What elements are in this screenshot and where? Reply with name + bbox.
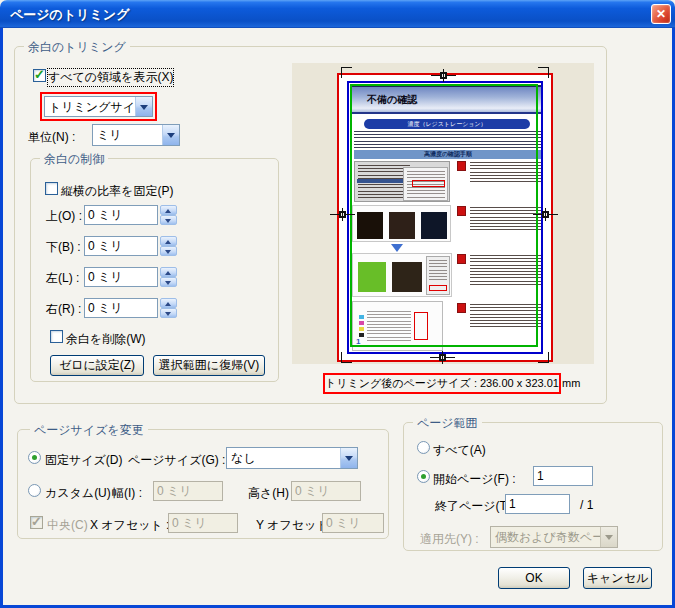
show-all-regions-checkbox[interactable] — [33, 69, 46, 82]
preview-swatch-panel — [352, 205, 451, 242]
spin-up-icon[interactable] — [160, 205, 177, 215]
preview-red-highlight-2 — [429, 285, 447, 291]
right-margin-spinner[interactable] — [160, 298, 177, 318]
preview-paragraph-lines — [354, 131, 542, 148]
preview-step-icon-2 — [457, 206, 466, 216]
preview-red-highlight-3 — [414, 312, 428, 340]
preview-page[interactable]: 不備の確認 濃度（レジストレーション） 高濃度の確認手順 — [337, 73, 553, 362]
cancel-button[interactable]: キャンセル — [583, 567, 652, 589]
dropdown-arrow-icon[interactable] — [135, 97, 152, 116]
preview-step-icon-4 — [457, 303, 466, 313]
preview-chip-yellow — [359, 327, 364, 331]
preview-swatch-brown — [389, 212, 415, 239]
preview-page-number: 1 — [356, 337, 360, 346]
right-margin-input[interactable] — [84, 298, 158, 318]
preview-doc-header-band: 不備の確認 — [350, 85, 542, 114]
apply-to-label: 適用先(Y) : — [420, 531, 479, 548]
unit-select[interactable]: ミリ — [92, 124, 180, 146]
bottom-margin-input[interactable] — [84, 236, 158, 256]
page-size-select[interactable]: なし — [226, 447, 358, 469]
crop-handle-bottom-icon[interactable] — [430, 351, 455, 364]
spin-up-icon[interactable] — [160, 267, 177, 277]
left-margin-input[interactable] — [84, 267, 158, 287]
crop-corner-tick-br — [538, 352, 549, 363]
x-offset-input — [168, 513, 238, 533]
all-pages-radio[interactable] — [417, 441, 430, 454]
spin-down-icon[interactable] — [160, 246, 177, 256]
ok-button[interactable]: OK — [498, 567, 570, 589]
title-bar[interactable]: ページのトリミング ✕ — [0, 0, 675, 28]
unit-label: 単位(N) : — [28, 129, 75, 146]
remove-white-margins-checkbox[interactable] — [50, 330, 63, 343]
result-page-size: トリミング後のページサイズ : 236.00 x 323.01 mm — [323, 373, 561, 394]
center-checkbox — [30, 516, 43, 529]
left-margin-spinner[interactable] — [160, 267, 177, 287]
dropdown-arrow-icon[interactable] — [162, 125, 179, 145]
fixed-size-label: 固定サイズ(D) — [45, 452, 123, 469]
height-input — [291, 481, 361, 501]
apply-to-select: 偶数および奇数ページ — [490, 526, 618, 548]
spin-down-icon[interactable] — [160, 277, 177, 287]
center-label: 中央(C) — [47, 517, 88, 534]
preview-section-bar-1: 濃度（レジストレーション） — [364, 119, 530, 129]
top-margin-input[interactable] — [84, 205, 158, 225]
spin-up-icon[interactable] — [160, 298, 177, 308]
top-margin-label: 上(O) : — [46, 208, 82, 225]
preview-swatch-navy — [421, 212, 447, 239]
spin-down-icon[interactable] — [160, 215, 177, 225]
crop-corner-tick-tl — [341, 67, 352, 78]
preview-down-arrow-icon — [391, 244, 403, 252]
top-margin-spinner[interactable] — [160, 205, 177, 225]
margin-trim-group-title: 余白のトリミング — [24, 39, 130, 56]
spin-up-icon[interactable] — [160, 236, 177, 246]
spin-down-icon[interactable] — [160, 308, 177, 318]
crop-handle-top-icon[interactable] — [431, 69, 456, 82]
preview-red-highlight-1 — [412, 180, 445, 187]
trim-size-selected-value: トリミングサイズ — [49, 99, 147, 116]
remove-white-margins-label: 余白を削除(W) — [66, 331, 146, 348]
revert-selection-button[interactable]: 選択範囲に復帰(V) — [153, 355, 265, 376]
preview-list-panel — [352, 301, 443, 351]
lock-ratio-checkbox[interactable] — [45, 182, 58, 195]
page-size-group-title: ページサイズを変更 — [30, 422, 148, 439]
preview-list-lines — [367, 311, 411, 341]
margin-control-group-title: 余白の制御 — [40, 151, 108, 168]
all-pages-label: すべて(A) — [433, 442, 486, 459]
right-margin-label: 右(R) : — [46, 301, 81, 318]
fixed-size-radio[interactable] — [28, 451, 41, 464]
start-page-label: 開始ページ(F) : — [433, 471, 516, 488]
show-all-regions-label[interactable]: すべての領域を表示(X) — [48, 69, 173, 86]
trim-size-select[interactable]: トリミングサイズ — [44, 96, 153, 117]
apply-to-selected-value: 偶数および奇数ページ — [495, 529, 616, 546]
end-page-input[interactable] — [505, 494, 570, 514]
total-pages-label: / 1 — [580, 498, 593, 512]
start-page-radio[interactable] — [417, 470, 430, 483]
preview-step-icon-3 — [457, 254, 466, 264]
close-icon[interactable]: ✕ — [651, 4, 671, 24]
crop-handle-right-icon[interactable] — [533, 208, 558, 221]
width-label: 幅(I) : — [112, 485, 142, 502]
crop-pages-dialog: ページのトリミング ✕ 余白のトリミング すべての領域を表示(X) トリミングサ… — [0, 0, 675, 608]
preview-step-text-3 — [470, 255, 542, 285]
preview-step-text-2 — [470, 207, 542, 233]
annotation-red-frame-trimsize: トリミングサイズ — [40, 92, 157, 121]
page-size-selected-value: なし — [231, 450, 256, 467]
lock-ratio-label: 縦横の比率を固定(P) — [61, 183, 174, 200]
x-offset-label: X オフセット : — [90, 517, 169, 534]
dropdown-arrow-icon — [600, 527, 617, 547]
custom-size-radio[interactable] — [28, 484, 41, 497]
page-range-group-title: ページ範囲 — [413, 415, 482, 432]
y-offset-input — [322, 513, 384, 533]
preview-step-icon-1 — [457, 161, 466, 171]
crop-handle-left-icon[interactable] — [330, 208, 355, 221]
bottom-margin-label: 下(B) : — [46, 239, 81, 256]
dropdown-arrow-icon[interactable] — [340, 448, 357, 468]
height-label: 高さ(H) : — [248, 485, 296, 502]
set-zero-button[interactable]: ゼロに設定(Z) — [50, 355, 144, 376]
preview-submenu-panel — [403, 167, 448, 201]
start-page-input[interactable] — [533, 466, 593, 486]
bottom-margin-spinner[interactable] — [160, 236, 177, 256]
crop-corner-tick-bl — [341, 352, 352, 363]
preview-chip-magenta — [359, 321, 364, 325]
custom-size-label: カスタム(U) — [45, 485, 111, 502]
